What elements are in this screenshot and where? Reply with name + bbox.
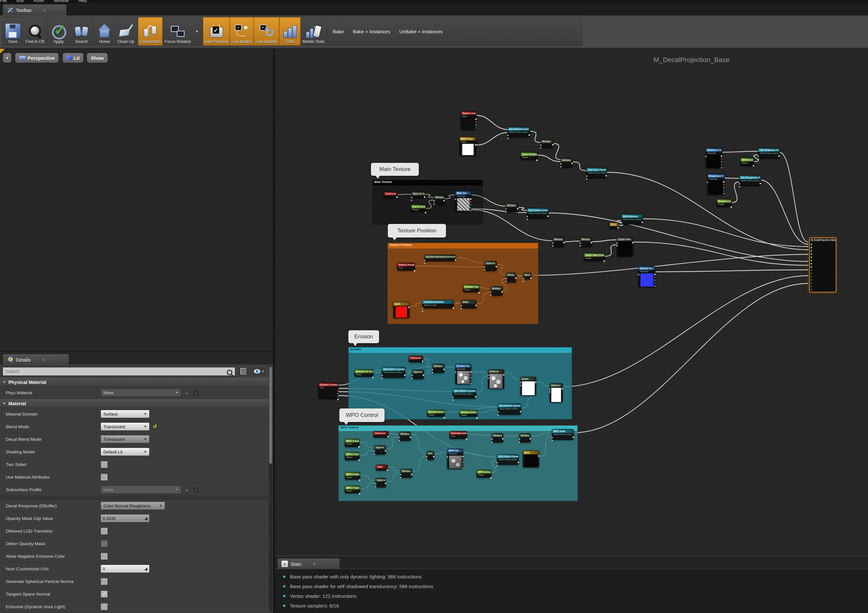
input-pin[interactable] bbox=[519, 438, 521, 440]
input-pin[interactable] bbox=[432, 369, 434, 371]
input-pin[interactable] bbox=[426, 456, 428, 458]
output-pin[interactable] bbox=[470, 371, 472, 373]
input-pin[interactable] bbox=[552, 245, 554, 247]
output-pin[interactable] bbox=[654, 276, 656, 278]
output-pin[interactable] bbox=[470, 204, 472, 206]
node-append[interactable]: Append bbox=[412, 370, 424, 379]
menu-item-window[interactable]: Window bbox=[54, 0, 68, 3]
input-pin[interactable] bbox=[523, 277, 524, 280]
node-depth-fade-distance[interactable]: Depth Fade DistanceParam bbox=[584, 253, 604, 261]
output-pin[interactable] bbox=[721, 158, 722, 160]
output-pin[interactable] bbox=[552, 144, 554, 146]
input-pin[interactable] bbox=[580, 245, 581, 247]
output-pin[interactable] bbox=[723, 181, 725, 183]
material-input-pin[interactable] bbox=[811, 253, 812, 255]
output-pin[interactable] bbox=[721, 161, 722, 163]
checkbox-dithered-lod-transition[interactable] bbox=[101, 527, 108, 535]
output-pin[interactable] bbox=[515, 277, 517, 279]
node-normal-tex[interactable]: Normal TexParam2D bbox=[639, 266, 656, 287]
close-icon[interactable]: ✕ bbox=[43, 8, 46, 12]
output-pin[interactable] bbox=[642, 221, 643, 223]
output-pin[interactable] bbox=[475, 304, 477, 306]
output-pin[interactable] bbox=[444, 417, 445, 419]
node-multiply[interactable]: Multiply bbox=[434, 195, 444, 204]
material-input-pin[interactable] bbox=[811, 266, 812, 268]
close-icon[interactable]: ✕ bbox=[42, 358, 45, 362]
node-wpo-u-scale[interactable]: WPO U ScaleParam bbox=[345, 439, 360, 447]
output-pin[interactable] bbox=[517, 208, 519, 210]
input-pin[interactable] bbox=[498, 414, 499, 416]
node-use-particle-dynamics[interactable]: Use Particle DynamicsSwitch Param (False… bbox=[498, 404, 521, 415]
output-pin[interactable] bbox=[490, 477, 492, 479]
viewport-viewport-options-button[interactable]: ▼ bbox=[3, 53, 12, 63]
tab-stats[interactable]: > Stats ✕ bbox=[277, 558, 340, 570]
comment-header[interactable]: Main Texture bbox=[373, 180, 482, 186]
material-input-pin[interactable] bbox=[811, 276, 812, 277]
output-pin[interactable] bbox=[453, 307, 454, 309]
input-pin[interactable] bbox=[491, 438, 493, 440]
node-roughness[interactable]: RoughnessParam bbox=[717, 199, 732, 207]
input-num-customized-uvs[interactable]: 0 bbox=[101, 565, 150, 573]
clean-up-button[interactable]: Clean Up bbox=[115, 17, 136, 46]
input-pin[interactable] bbox=[484, 269, 486, 271]
checkbox-allow-negative-emissive-color[interactable] bbox=[101, 553, 108, 560]
input-pin[interactable] bbox=[453, 399, 454, 401]
search-input[interactable] bbox=[3, 367, 235, 376]
output-pin[interactable] bbox=[475, 396, 477, 398]
input-pin[interactable] bbox=[497, 462, 498, 464]
node-1-0-0[interactable]: 1,0,0 bbox=[393, 302, 409, 318]
input-pin[interactable] bbox=[552, 437, 553, 438]
node-x-y-z[interactable]: X,Y,Z bbox=[609, 222, 618, 229]
node-use-particle-dynamics[interactable]: Use Particle DynamicsSwitch Param (False… bbox=[497, 454, 519, 465]
input-pin[interactable] bbox=[519, 441, 521, 443]
output-pin[interactable] bbox=[503, 374, 505, 376]
node-texcoord[interactable]: TexCoord bbox=[373, 431, 388, 438]
dropdown-blend-mode[interactable]: Translucent▼ bbox=[101, 423, 150, 431]
output-pin[interactable] bbox=[422, 360, 424, 362]
dropdown-phys-material[interactable]: None▼ bbox=[101, 389, 181, 397]
node-material-output[interactable]: M_DecalProjection_Base bbox=[809, 237, 836, 293]
node-use-metalness-tex[interactable]: Use Metalness TexSwitch Param (False) bbox=[758, 148, 780, 158]
output-pin[interactable] bbox=[387, 469, 388, 471]
checkbox-tangent-space-normal[interactable]: ✓ bbox=[101, 590, 108, 598]
material-input-pin[interactable] bbox=[811, 260, 812, 262]
material-input-pin[interactable] bbox=[811, 289, 812, 291]
node-vertexnormalws[interactable]: VertexNormalWSData bbox=[450, 431, 467, 439]
input-pin[interactable] bbox=[506, 280, 507, 282]
material-input-pin[interactable] bbox=[811, 272, 812, 274]
material-input-pin[interactable] bbox=[811, 250, 812, 252]
view-options-button[interactable]: ▼ bbox=[251, 367, 267, 376]
viewport-show-button[interactable]: Show bbox=[87, 53, 108, 63]
input-pin[interactable] bbox=[434, 203, 435, 205]
menu-item-asset[interactable]: Asset bbox=[33, 0, 44, 3]
node-depth-fade[interactable]: Depth Fade bbox=[617, 237, 633, 257]
input-pin[interactable] bbox=[739, 183, 741, 185]
node-multiply[interactable]: Multiply bbox=[580, 237, 592, 247]
node-use-roughness-tex[interactable]: Use Roughness TexSwitch Param (False) bbox=[739, 175, 761, 186]
input-pin[interactable] bbox=[490, 291, 492, 293]
input-pin[interactable] bbox=[422, 307, 424, 309]
output-pin[interactable] bbox=[337, 393, 339, 395]
input-pin[interactable] bbox=[552, 440, 553, 441]
viewport-perspective-button[interactable]: Perspective bbox=[15, 53, 59, 63]
input-pin[interactable] bbox=[707, 181, 709, 183]
node-mask[interactable]: Mask bbox=[461, 300, 476, 308]
node-subtract[interactable]: Subtract bbox=[488, 369, 504, 389]
focus-related-button[interactable]: Focus Related bbox=[163, 17, 192, 46]
comment-box-texture-position[interactable]: Texture Position bbox=[388, 243, 538, 324]
output-pin[interactable] bbox=[591, 242, 592, 244]
output-pin[interactable] bbox=[562, 388, 563, 390]
node-time[interactable]: Time bbox=[376, 465, 388, 471]
output-pin[interactable] bbox=[475, 144, 477, 146]
menu-item-edit[interactable]: Edit bbox=[17, 0, 23, 3]
unbake-instances-button[interactable]: UnBake + Instances bbox=[395, 17, 447, 46]
input-pin[interactable] bbox=[617, 245, 618, 247]
input-pin[interactable] bbox=[506, 277, 507, 280]
dropdown-shading-model[interactable]: Default Lit▼ bbox=[101, 447, 150, 456]
node-multiply[interactable]: Multiply bbox=[399, 432, 411, 441]
output-pin[interactable] bbox=[536, 159, 538, 161]
node-append[interactable]: Append bbox=[374, 445, 386, 454]
section-material[interactable]: ▼Material bbox=[0, 399, 269, 408]
output-pin[interactable] bbox=[385, 483, 386, 485]
output-pin[interactable] bbox=[721, 167, 722, 169]
